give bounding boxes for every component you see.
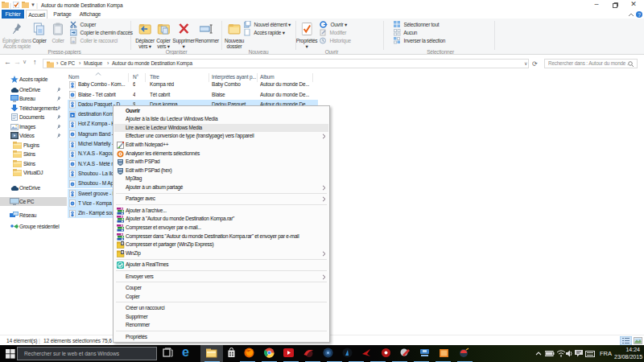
svg-text:?: ?: [638, 12, 641, 18]
